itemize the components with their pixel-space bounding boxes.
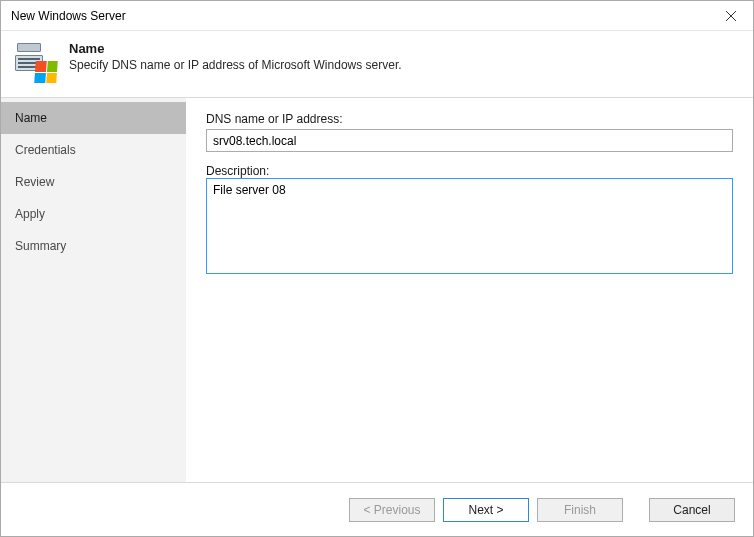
wizard-body: Name Credentials Review Apply Summary DN… [1, 97, 753, 482]
wizard-footer: < Previous Next > Finish Cancel [1, 482, 753, 536]
server-windows-icon [15, 41, 55, 81]
close-button[interactable] [708, 1, 753, 31]
description-input[interactable] [206, 178, 733, 274]
previous-button[interactable]: < Previous [349, 498, 435, 522]
dns-label: DNS name or IP address: [206, 112, 733, 126]
window-title: New Windows Server [11, 9, 708, 23]
wizard-steps-sidebar: Name Credentials Review Apply Summary [1, 98, 186, 482]
page-subheading: Specify DNS name or IP address of Micros… [69, 58, 402, 72]
step-name[interactable]: Name [1, 102, 186, 134]
dns-input[interactable] [206, 129, 733, 152]
step-apply[interactable]: Apply [1, 198, 186, 230]
close-icon [726, 11, 736, 21]
dialog-window: New Windows Server Name Specify DNS name… [0, 0, 754, 537]
wizard-main-panel: DNS name or IP address: Description: [186, 98, 753, 482]
step-review[interactable]: Review [1, 166, 186, 198]
finish-button[interactable]: Finish [537, 498, 623, 522]
titlebar: New Windows Server [1, 1, 753, 31]
cancel-button[interactable]: Cancel [649, 498, 735, 522]
description-label: Description: [206, 164, 269, 178]
step-summary[interactable]: Summary [1, 230, 186, 262]
wizard-header: Name Specify DNS name or IP address of M… [1, 31, 753, 97]
page-heading: Name [69, 41, 402, 56]
next-button[interactable]: Next > [443, 498, 529, 522]
windows-logo-icon [34, 61, 58, 83]
step-credentials[interactable]: Credentials [1, 134, 186, 166]
